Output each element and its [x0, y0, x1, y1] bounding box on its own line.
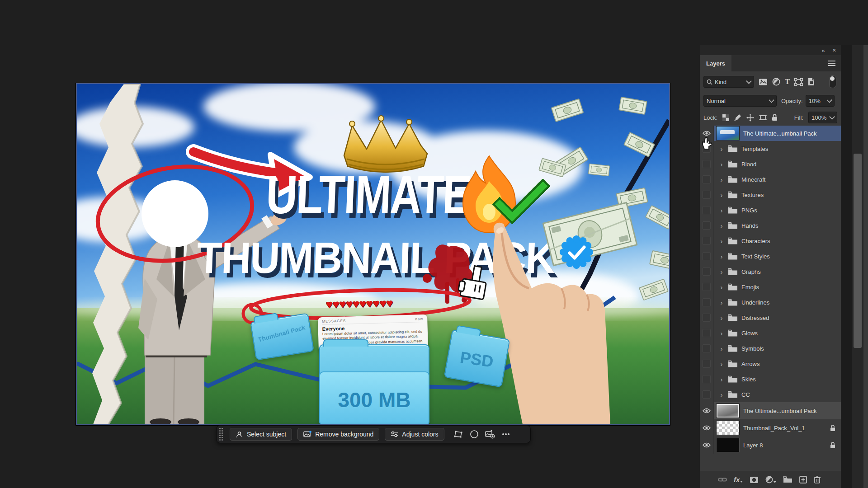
disclosure-arrow[interactable]: › [719, 283, 724, 291]
add-layer-mask-icon[interactable] [750, 476, 759, 483]
visibility-toggle[interactable] [700, 436, 714, 454]
visibility-toggle[interactable] [700, 371, 714, 387]
visibility-toggle[interactable] [700, 218, 714, 233]
scrollbar-thumb[interactable] [854, 154, 862, 348]
layer-row[interactable]: › Distressed [700, 310, 841, 325]
disclosure-arrow[interactable]: › [719, 237, 724, 245]
layer-row[interactable]: › Blood [700, 156, 841, 172]
disclosure-arrow[interactable]: › [719, 329, 724, 337]
layer-row[interactable]: › Templates [700, 141, 841, 156]
filter-toggle-switch[interactable] [829, 75, 836, 88]
layer-name[interactable]: Distressed [741, 314, 769, 321]
layer-name[interactable]: Glows [741, 330, 758, 337]
layer-name[interactable]: Text Styles [741, 253, 770, 260]
add-image-tool-button[interactable] [484, 428, 496, 440]
layer-name[interactable]: Textures [741, 192, 764, 198]
layer-row[interactable]: › Hands [700, 218, 841, 233]
filter-shape-layers-icon[interactable] [794, 78, 803, 86]
filter-smart-objects-icon[interactable] [807, 78, 815, 86]
new-layer-icon[interactable] [799, 476, 807, 483]
layer-row[interactable]: › Emojis [700, 279, 841, 295]
layer-name[interactable]: Thumbnail_Pack_Vol_1 [743, 425, 805, 432]
layer-name[interactable]: PNGs [741, 207, 757, 214]
layer-name[interactable]: Characters [741, 238, 770, 244]
visibility-toggle[interactable] [700, 402, 714, 419]
visibility-toggle[interactable] [700, 310, 714, 325]
disclosure-arrow[interactable]: › [719, 253, 724, 260]
layer-name[interactable]: Graphs [741, 268, 761, 275]
layer-row[interactable]: › Text Styles [700, 249, 841, 264]
layer-name[interactable]: Minecraft [741, 176, 765, 183]
disclosure-arrow[interactable]: › [719, 314, 724, 322]
lock-all-icon[interactable] [772, 114, 778, 121]
layer-name[interactable]: Emojis [741, 284, 759, 291]
layer-row[interactable]: › Underlines [700, 295, 841, 310]
layer-name[interactable]: Layer 8 [743, 442, 763, 449]
visibility-toggle[interactable] [700, 325, 714, 341]
opacity-input[interactable]: 10% [806, 95, 835, 107]
disclosure-arrow[interactable]: › [719, 268, 724, 276]
disclosure-arrow[interactable]: › [719, 206, 724, 214]
layer-row[interactable]: › CC [700, 387, 841, 402]
filter-pixel-layers-icon[interactable] [759, 78, 768, 86]
visibility-toggle[interactable] [700, 356, 714, 371]
layer-name[interactable]: CC [741, 391, 750, 398]
select-subject-button[interactable]: Select subject [230, 428, 292, 441]
layer-row[interactable]: The Ultimate...umbnail Pack [700, 126, 841, 141]
disclosure-arrow[interactable]: › [719, 375, 724, 383]
disclosure-arrow[interactable]: › [719, 391, 724, 399]
disclosure-arrow[interactable]: › [719, 360, 724, 368]
filter-type-layers-icon[interactable]: T [785, 77, 790, 86]
lock-transparency-icon[interactable] [722, 114, 729, 121]
kind-filter-dropdown[interactable]: Kind [703, 76, 754, 88]
visibility-toggle[interactable] [700, 419, 714, 436]
visibility-toggle[interactable] [700, 202, 714, 218]
layer-name[interactable]: Skies [741, 376, 756, 383]
layer-row[interactable]: The Ultimate...umbnail Pack [700, 402, 841, 419]
layer-name[interactable]: Arrows [741, 361, 760, 367]
layer-name[interactable]: Hands [741, 222, 759, 229]
tab-layers[interactable]: Layers [700, 55, 731, 71]
layer-row[interactable]: › Arrows [700, 356, 841, 371]
document-canvas[interactable]: ULTIMATE ULTIMATE THUMBNAIL PACK THUMBNA… [76, 83, 670, 425]
visibility-toggle[interactable] [700, 264, 714, 279]
layer-name[interactable]: Templates [741, 145, 768, 152]
more-options-button[interactable] [500, 428, 512, 440]
layer-thumbnail[interactable] [716, 438, 740, 452]
disclosure-arrow[interactable]: › [719, 145, 724, 153]
layer-thumbnail[interactable] [716, 404, 740, 418]
delete-layer-icon[interactable] [814, 476, 821, 483]
visibility-toggle[interactable] [700, 387, 714, 402]
visibility-toggle[interactable] [700, 187, 714, 202]
collapse-panel-icon[interactable]: « [822, 47, 825, 54]
layer-row[interactable]: › PNGs [700, 202, 841, 218]
remove-background-button[interactable]: Remove background [297, 428, 379, 441]
layer-row[interactable]: Layer 8 [700, 436, 841, 454]
visibility-toggle[interactable] [700, 172, 714, 187]
adjustments-tool-button[interactable] [468, 428, 480, 440]
new-adjustment-layer-icon[interactable] [765, 476, 776, 483]
layer-name[interactable]: Blood [741, 161, 756, 168]
transform-tool-button[interactable] [453, 428, 464, 440]
disclosure-arrow[interactable]: › [719, 191, 724, 199]
filter-adjustment-layers-icon[interactable] [772, 78, 780, 86]
visibility-toggle[interactable] [700, 233, 714, 249]
layer-thumbnail[interactable] [716, 126, 740, 141]
visibility-toggle[interactable] [700, 249, 714, 264]
disclosure-arrow[interactable]: › [719, 176, 724, 183]
disclosure-arrow[interactable]: › [719, 345, 724, 352]
layer-row[interactable]: Thumbnail_Pack_Vol_1 [700, 419, 841, 436]
panel-menu-icon[interactable] [828, 63, 835, 64]
visibility-toggle[interactable] [700, 156, 714, 172]
layer-row[interactable]: › Symbols [700, 341, 841, 356]
layer-name[interactable]: The Ultimate...umbnail Pack [743, 130, 817, 137]
disclosure-arrow[interactable]: › [719, 160, 724, 168]
layer-row[interactable]: › Minecraft [700, 172, 841, 187]
close-panel-icon[interactable]: ✕ [832, 47, 836, 53]
layer-row[interactable]: › Textures [700, 187, 841, 202]
lock-position-icon[interactable] [746, 114, 754, 122]
disclosure-arrow[interactable]: › [719, 222, 724, 230]
lock-artboard-icon[interactable] [759, 114, 767, 121]
layer-name[interactable]: Underlines [741, 299, 769, 306]
taskbar-drag-handle[interactable] [218, 427, 224, 441]
